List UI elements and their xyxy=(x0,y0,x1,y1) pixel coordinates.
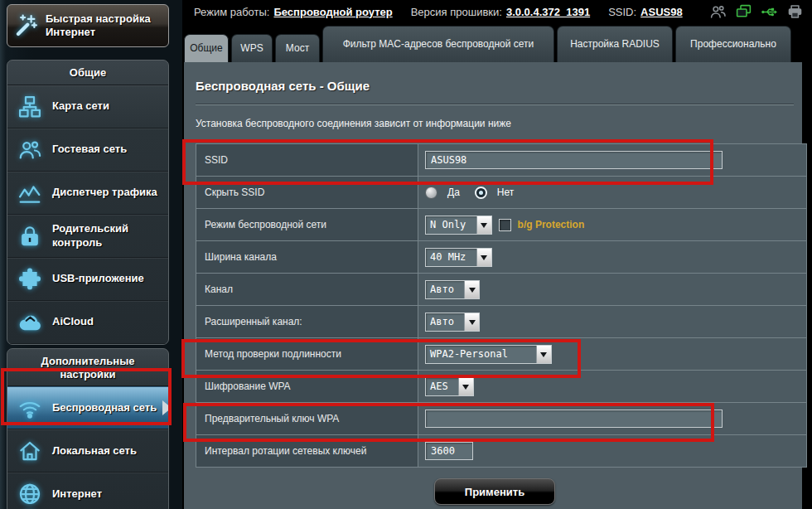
bg-protection-label[interactable]: b/g Protection xyxy=(518,219,585,230)
extension-channel-select-value: Авто xyxy=(426,313,464,331)
auth-method-select-value: WPA2-Personal xyxy=(426,346,536,363)
firmware-version-link[interactable]: 3.0.0.4.372_1391 xyxy=(506,6,590,18)
chevron-down-icon[interactable] xyxy=(464,313,479,331)
quick-internet-setup-button[interactable]: Быстрая настройка Интернет xyxy=(7,4,169,47)
tab-2[interactable]: WPS xyxy=(231,34,273,62)
wpa-encryption-row: Шифрование WPAAES xyxy=(196,370,806,402)
channel-select[interactable]: Авто xyxy=(425,280,480,299)
hide-ssid-radio-label[interactable]: Нет xyxy=(497,187,514,198)
sidebar-group-title: Общие xyxy=(7,61,168,85)
sidebar-group-1: ОбщиеКарта сетиГостевая сетьДиспетчер тр… xyxy=(7,60,169,345)
channel-select-value: Авто xyxy=(426,281,464,298)
tab-1[interactable]: Общие xyxy=(184,34,229,62)
sidebar-item-wan[interactable]: Интернет xyxy=(7,473,168,509)
printer-icon[interactable] xyxy=(786,3,804,21)
status-bar: Режим работы: Беспроводной роутер Версия… xyxy=(194,0,812,23)
sidebar-item-aicloud[interactable]: AiCloud xyxy=(7,301,168,344)
chevron-down-icon[interactable] xyxy=(464,281,479,298)
settings-table: SSIDСкрыть SSIDДаНетРежим беспроводной с… xyxy=(196,143,807,468)
extension-channel-row: Расширенный канал:Авто xyxy=(196,305,806,337)
tab-6[interactable]: Профессионально xyxy=(675,26,791,62)
page-description: Установка беспроводного соединения завис… xyxy=(196,118,794,129)
channel-label: Канал xyxy=(196,274,418,305)
chevron-down-icon[interactable] xyxy=(536,346,551,363)
lan-icon xyxy=(17,439,42,463)
hide-ssid-row: Скрыть SSIDДаНет xyxy=(196,176,806,208)
sidebar-item-label: Гостевая сеть xyxy=(52,143,127,156)
wireless-mode-row: Режим беспроводной сетиN Onlyb/g Protect… xyxy=(196,208,806,240)
auth-method-select[interactable]: WPA2-Personal xyxy=(425,345,552,364)
sidebar-item-label: Диспетчер трафика xyxy=(52,186,157,199)
hide-ssid-radio-yes[interactable] xyxy=(425,187,437,199)
sidebar-item-network-map[interactable]: Карта сети xyxy=(7,85,168,128)
quick-internet-setup-label: Быстрая настройка Интернет xyxy=(46,12,162,40)
wpa-encryption-value-cell: AES xyxy=(418,371,806,402)
auth-method-label: Метод проверки подлинности xyxy=(196,338,418,370)
sidebar-group-title: Дополнительные настройки xyxy=(7,349,168,386)
chevron-down-icon[interactable] xyxy=(458,378,473,395)
tab-4[interactable]: Фильтр MAC-адресов беспроводной сети xyxy=(322,26,554,62)
auth-method-value-cell: WPA2-Personal xyxy=(418,338,806,370)
hide-ssid-label: Скрыть SSID xyxy=(196,177,418,208)
sidebar-item-guest-network[interactable]: Гостевая сеть xyxy=(7,128,168,172)
wpa-key-input[interactable] xyxy=(425,410,723,428)
wireless-mode-label: Режим беспроводной сети xyxy=(196,209,418,240)
sidebar-item-label: Родительский контроль xyxy=(52,222,163,250)
hide-ssid-radio-label[interactable]: Да xyxy=(447,187,460,198)
firmware-version-label: Версия прошивки: xyxy=(411,6,502,18)
extension-channel-value-cell: Авто xyxy=(418,306,806,337)
key-rotation-value-cell xyxy=(418,435,806,467)
tab-3[interactable]: Мост xyxy=(275,34,320,62)
wpa-key-label: Предварительный ключ WPA xyxy=(196,403,418,434)
chevron-down-icon[interactable] xyxy=(476,216,491,234)
traffic-manager-icon xyxy=(17,181,42,206)
wireless-icon xyxy=(17,395,42,420)
sidebar-item-label: Интернет xyxy=(52,487,102,501)
sidebar-item-wireless[interactable]: Беспроводная сеть xyxy=(7,386,168,429)
hide-ssid-radio-no[interactable] xyxy=(475,187,487,199)
magic-wand-icon xyxy=(14,13,39,38)
key-rotation-input[interactable] xyxy=(425,442,473,460)
sidebar-item-label: AiCloud xyxy=(52,315,94,328)
ssid-label: SSID xyxy=(196,144,418,176)
monitors-icon[interactable] xyxy=(735,3,752,21)
channel-bandwidth-value-cell: 40 MHz xyxy=(418,241,806,273)
key-rotation-row: Интервал ротации сетевых ключей xyxy=(196,434,806,467)
operation-mode-link[interactable]: Беспроводной роутер xyxy=(273,6,392,18)
wpa-encryption-select[interactable]: AES xyxy=(425,377,474,396)
ssid-value-cell xyxy=(418,144,806,176)
channel-row: КаналАвто xyxy=(196,273,806,305)
sidebar-item-traffic-manager[interactable]: Диспетчер трафика xyxy=(7,172,168,215)
clients-icon[interactable] xyxy=(709,3,727,21)
sidebar-item-label: Локальная сеть xyxy=(52,444,137,458)
sidebar-item-lan[interactable]: Локальная сеть xyxy=(7,429,168,473)
apply-button[interactable]: Применить xyxy=(434,478,555,505)
wpa-key-row: Предварительный ключ WPA xyxy=(196,402,806,434)
sidebar-item-label: USB-приложение xyxy=(52,272,144,285)
channel-bandwidth-select[interactable]: 40 MHz xyxy=(425,248,492,267)
ssid-link[interactable]: ASUS98 xyxy=(640,6,683,18)
sidebar-item-parental-control[interactable]: Родительский контроль xyxy=(7,215,168,258)
extension-channel-select[interactable]: Авто xyxy=(425,313,480,332)
tab-5[interactable]: Настройка RADIUS xyxy=(557,26,673,62)
ssid-row: SSID xyxy=(196,144,806,176)
channel-value-cell: Авто xyxy=(418,274,806,305)
bg-protection-checkbox[interactable] xyxy=(499,219,511,231)
tab-bar: ОбщиеWPSМостФильтр MAC-адресов беспровод… xyxy=(184,26,802,62)
usb-icon[interactable] xyxy=(761,3,778,21)
hide-ssid-value-cell: ДаНет xyxy=(418,177,806,208)
wireless-mode-select-value: N Only xyxy=(426,216,476,234)
ssid-input[interactable] xyxy=(425,151,723,169)
sidebar-item-usb-app[interactable]: USB-приложение xyxy=(7,258,168,301)
wpa-key-value-cell xyxy=(418,403,806,434)
ssid-label: SSID: xyxy=(608,6,636,18)
wireless-mode-select[interactable]: N Only xyxy=(425,216,492,235)
chevron-down-icon[interactable] xyxy=(476,249,491,266)
sidebar-group-2: Дополнительные настройкиБеспроводная сет… xyxy=(7,348,169,509)
extension-channel-label: Расширенный канал: xyxy=(196,306,418,337)
wan-icon xyxy=(17,482,42,507)
parental-control-icon xyxy=(17,224,42,249)
wireless-mode-value-cell: N Onlyb/g Protection xyxy=(418,209,806,240)
guest-network-icon xyxy=(17,138,42,162)
channel-bandwidth-row: Ширина канала40 MHz xyxy=(196,240,806,273)
